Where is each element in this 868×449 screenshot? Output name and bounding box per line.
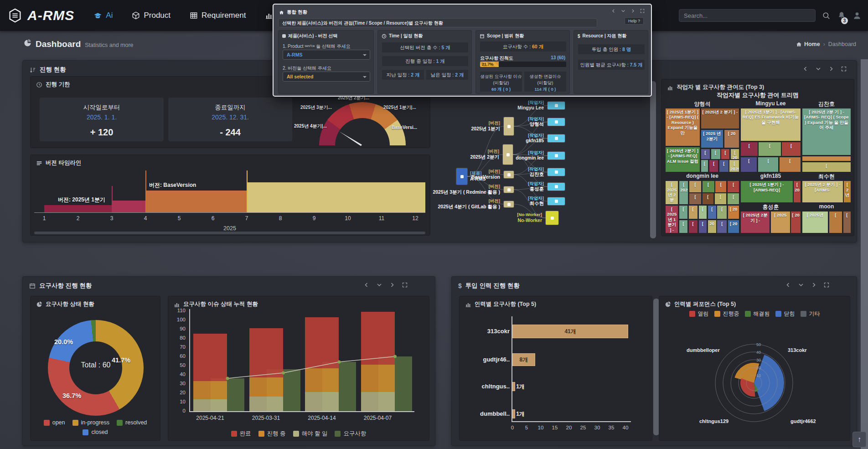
legend-item-done[interactable]: 완료 — [231, 430, 251, 438]
treemap-tile[interactable]: [ — [740, 157, 757, 172]
network-node-w1[interactable] — [548, 102, 565, 109]
treemap-tile[interactable]: [ — [740, 142, 758, 156]
treemap-tile[interactable]: [ — [721, 149, 730, 160]
treemap-tile[interactable]: [ — [758, 142, 781, 156]
legend-item-requirement[interactable]: 요구사항 — [335, 430, 366, 438]
treemap-tile[interactable]: [ — [701, 160, 709, 172]
treemap-tile[interactable]: [ — [802, 162, 851, 172]
treemap-tile[interactable]: [ 2025 — [729, 160, 739, 172]
chevron-down-icon[interactable] — [816, 66, 821, 72]
chevron-down-icon[interactable] — [798, 282, 804, 288]
network-node-w7[interactable] — [548, 197, 565, 205]
treemap-tile[interactable]: [ — [702, 181, 715, 193]
bar-segment-해야 할 일[interactable] — [305, 392, 339, 411]
treemap-tile[interactable]: [ 20 — [724, 129, 739, 148]
treemap-tile[interactable]: [ 2025 — [679, 181, 688, 205]
timeline-scrollbar[interactable] — [34, 232, 425, 234]
treemap-tile[interactable]: [ — [779, 157, 801, 172]
treemap-tile[interactable]: [ — [688, 220, 698, 233]
expand-icon[interactable] — [640, 9, 645, 13]
treemap-tile[interactable]: [ 2025년 2 분기 ] - [ARMS- — [802, 181, 843, 203]
version-select[interactable]: All selected — [283, 72, 370, 82]
treemap-tile[interactable]: [ 2025년 — [802, 211, 828, 233]
treemap-tile[interactable]: [ 20 — [728, 205, 739, 219]
legend-item-open[interactable]: open — [44, 419, 65, 426]
timeline-bar[interactable] — [44, 205, 112, 212]
treemap-tile[interactable]: [ 2025년 1분기 ] - [ARMS-REQ] ES Framework … — [740, 108, 801, 141]
network-node-w4[interactable] — [548, 152, 565, 160]
chevron-left-icon[interactable] — [785, 282, 791, 288]
treemap-tile[interactable]: [ — [709, 160, 718, 172]
treemap-tile[interactable]: [ 2025년 1분기 ] - [ARMS-REQ] — [740, 181, 793, 203]
bar-segment-해야 할 일[interactable] — [193, 399, 227, 411]
network-node-w6[interactable] — [548, 183, 565, 191]
timeline-bar[interactable] — [247, 182, 425, 212]
network-node-w2[interactable] — [548, 118, 565, 126]
treemap-tile[interactable]: [ — [758, 157, 779, 172]
treemap-tile[interactable]: [ 2 년 — [843, 181, 851, 203]
chevron-down-icon[interactable] — [621, 9, 625, 13]
bar-segment-완료[interactable] — [249, 328, 283, 377]
product-select[interactable]: A-RMS — [283, 50, 370, 60]
chevron-left-icon[interactable] — [611, 9, 616, 13]
treemap-tile[interactable]: [ — [711, 149, 721, 160]
treemap-tile[interactable]: [ 2025년 2분기 ] - [ARMS-REQ] ALM Issue 컬럼 — [665, 147, 700, 172]
treemap-tile[interactable]: [ 2025 년 2분기 — [701, 129, 724, 148]
bar-segment-완료[interactable] — [193, 334, 227, 381]
expand-icon[interactable] — [824, 282, 829, 288]
network-node-nw[interactable] — [546, 211, 558, 225]
nav-item-product[interactable]: Product — [132, 11, 170, 20]
notifications-button[interactable]: 3 — [837, 11, 846, 20]
treemap-tile[interactable]: [ — [829, 211, 842, 233]
treemap-tile[interactable]: [ — [689, 181, 702, 193]
treemap-tile[interactable]: [ 2025 — [770, 211, 790, 233]
treemap-tile[interactable]: [ — [719, 160, 728, 172]
network-node-w3[interactable] — [548, 134, 565, 142]
timeline-bar[interactable] — [145, 191, 247, 212]
treemap-tile[interactable]: [ 20 — [790, 211, 801, 233]
treemap-tile[interactable]: [ — [727, 181, 739, 193]
treemap-tile[interactable]: [ 2025년 2분 — [665, 181, 678, 205]
treemap-tile[interactable]: [ — [688, 205, 698, 219]
page-scrollbar[interactable] — [861, 59, 868, 449]
treemap-tile[interactable]: [ — [708, 205, 717, 219]
polar-sector-닫힘[interactable] — [754, 355, 784, 411]
search-icon[interactable] — [822, 11, 831, 20]
nav-item-ai[interactable]: Ai — [93, 11, 113, 20]
bar-segment-해야 할 일[interactable] — [249, 397, 283, 411]
timeline-bar[interactable] — [112, 201, 145, 212]
treemap-tile[interactable]: [ — [679, 205, 688, 219]
bar-segment-진행 중[interactable] — [361, 365, 395, 392]
treemap-tile[interactable]: [ — [781, 142, 801, 156]
treemap-tile[interactable]: [ — [698, 205, 708, 219]
chevron-left-icon[interactable] — [364, 282, 369, 288]
chevron-right-icon[interactable] — [389, 282, 395, 288]
legend-item-inprogress[interactable]: in-progress — [72, 419, 110, 426]
treemap-tile[interactable]: [ — [717, 205, 727, 219]
treemap-tile[interactable]: [ — [698, 220, 708, 233]
treemap-tile[interactable]: [ — [714, 193, 727, 205]
treemap-tile[interactable]: [ 20 — [730, 149, 739, 160]
bar-segment-완료[interactable] — [361, 312, 395, 365]
network-node-w5[interactable] — [548, 168, 565, 176]
treemap-tile[interactable]: 20 — [708, 220, 717, 233]
network-scrollbar[interactable] — [650, 81, 656, 238]
legend-item-todo[interactable]: 해야 할 일 — [293, 430, 328, 438]
treemap-tile[interactable]: [ — [702, 193, 714, 205]
help-button[interactable]: Help ? — [625, 17, 644, 25]
treemap-tile[interactable]: [ 2025년 2분기 ] - — [740, 211, 770, 233]
bar-segment-진행 중[interactable] — [305, 368, 339, 392]
expand-icon[interactable] — [841, 66, 847, 72]
treemap-tile[interactable]: [ — [689, 193, 702, 205]
bar-segment-진행 중[interactable] — [193, 381, 227, 399]
legend-item-doing[interactable]: 진행 중 — [258, 430, 286, 438]
chevron-right-icon[interactable] — [828, 66, 834, 72]
treemap-tile[interactable]: [ — [843, 211, 851, 233]
treemap-tile[interactable]: [ — [701, 149, 710, 160]
user-icon[interactable] — [852, 11, 862, 20]
bar-segment-진행 중[interactable] — [249, 377, 283, 397]
treemap-tile[interactable]: [ 2025년 2 분기 ] - — [701, 108, 740, 129]
chevron-down-icon[interactable] — [377, 282, 382, 288]
search-input[interactable] — [679, 9, 816, 22]
nav-item-requirement[interactable]: Requirement — [190, 11, 246, 20]
